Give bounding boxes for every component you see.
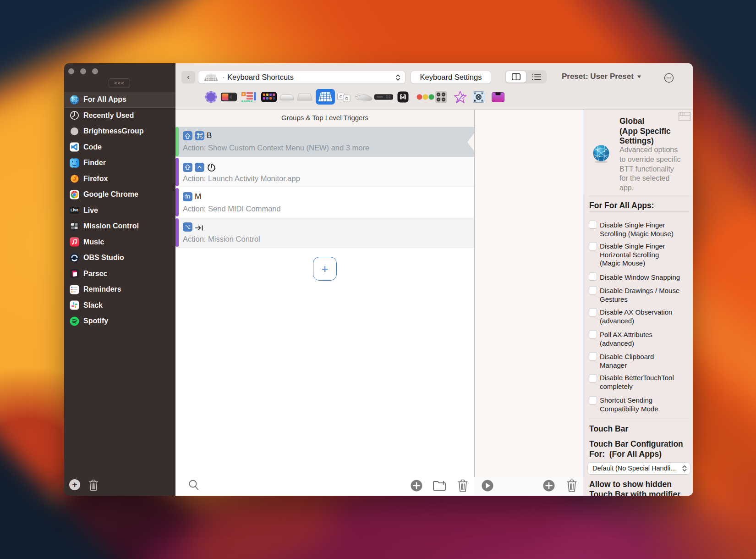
svg-text:G: G [340,94,343,99]
svg-text:G: G [345,96,348,101]
